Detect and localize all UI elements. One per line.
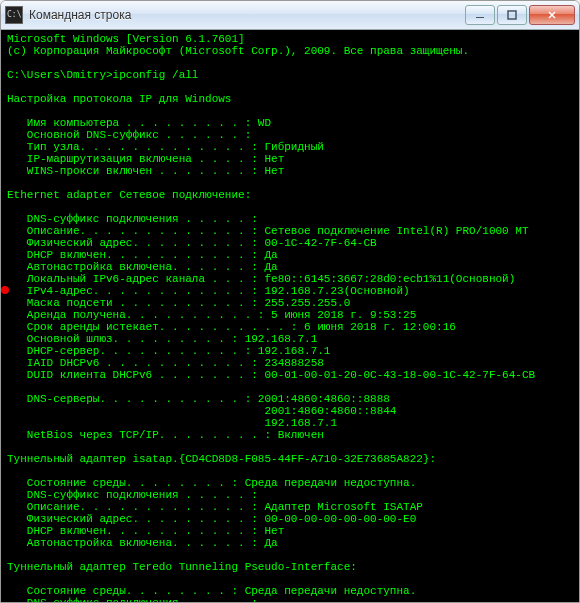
console-line	[7, 465, 573, 477]
console-line	[7, 381, 573, 393]
console-line: Ethernet adapter Сетевое подключение:	[7, 189, 573, 201]
console-line: Срок аренды истекает. . . . . . . . . . …	[7, 321, 573, 333]
console-line: (c) Корпорация Майкрософт (Microsoft Cor…	[7, 45, 573, 57]
console-line: DNS-суффикс подключения . . . . . :	[7, 489, 573, 501]
window-title: Командная строка	[29, 8, 465, 22]
console-line: Основной шлюз. . . . . . . . . : 192.168…	[7, 333, 573, 345]
console-line: Настройка протокола IP для Windows	[7, 93, 573, 105]
cmd-icon	[5, 6, 23, 24]
console-line	[7, 201, 573, 213]
console-line: C:\Users\Dmitry>ipconfig /all	[7, 69, 573, 81]
close-button[interactable]	[529, 5, 575, 25]
console-output[interactable]: Microsoft Windows [Version 6.1.7601](c) …	[1, 30, 579, 602]
window-controls	[465, 5, 575, 25]
console-line	[7, 57, 573, 69]
console-line: Основной DNS-суффикс . . . . . . :	[7, 129, 573, 141]
console-line: IP-маршрутизация включена . . . . : Нет	[7, 153, 573, 165]
console-line: WINS-прокси включен . . . . . . . : Нет	[7, 165, 573, 177]
console-line: DUID клиента DHCPv6 . . . . . . . : 00-0…	[7, 369, 573, 381]
console-line: Тип узла. . . . . . . . . . . . . : Гибр…	[7, 141, 573, 153]
maximize-button[interactable]	[497, 5, 527, 25]
minimize-button[interactable]	[465, 5, 495, 25]
command-prompt-window: Командная строка Microsoft Windows [Vers…	[0, 0, 580, 603]
console-line	[7, 441, 573, 453]
console-line: Автонастройка включена. . . . . . : Да	[7, 537, 573, 549]
console-line: Локальный IPv6-адрес канала . . . : fe80…	[7, 273, 573, 285]
console-line: Имя компьютера . . . . . . . . . : WD	[7, 117, 573, 129]
console-line: IAID DHCPv6 . . . . . . . . . . . : 2348…	[7, 357, 573, 369]
console-line: DHCP-сервер. . . . . . . . . . . : 192.1…	[7, 345, 573, 357]
console-line: Microsoft Windows [Version 6.1.7601]	[7, 33, 573, 45]
console-line: DHCP включен. . . . . . . . . . . : Да	[7, 249, 573, 261]
console-line	[7, 81, 573, 93]
console-line: DHCP включен. . . . . . . . . . . : Нет	[7, 525, 573, 537]
console-line: Физический адрес. . . . . . . . . : 00-1…	[7, 237, 573, 249]
console-line: Автонастройка включена. . . . . . : Да	[7, 261, 573, 273]
console-line: Состояние среды. . . . . . . . : Среда п…	[7, 585, 573, 597]
console-line: DNS-суффикс подключения . . . . . :	[7, 213, 573, 225]
console-line	[7, 177, 573, 189]
console-line: DNS-суффикс подключения . . . . . :	[7, 597, 573, 602]
console-line: Состояние среды. . . . . . . . : Среда п…	[7, 477, 573, 489]
console-line: Физический адрес. . . . . . . . . : 00-0…	[7, 513, 573, 525]
console-line: DNS-серверы. . . . . . . . . . . : 2001:…	[7, 393, 573, 405]
console-line: Описание. . . . . . . . . . . . . : Сете…	[7, 225, 573, 237]
console-line: Аренда получена. . . . . . . . . . : 5 и…	[7, 309, 573, 321]
console-line: NetBios через TCP/IP. . . . . . . . : Вк…	[7, 429, 573, 441]
console-line	[7, 105, 573, 117]
titlebar[interactable]: Командная строка	[1, 1, 579, 30]
console-line	[7, 573, 573, 585]
console-line: Описание. . . . . . . . . . . . . : Адап…	[7, 501, 573, 513]
console-line: 192.168.7.1	[7, 417, 573, 429]
console-line: Туннельный адаптер isatap.{CD4CD8D8-F085…	[7, 453, 573, 465]
console-line: Туннельный адаптер Teredo Tunneling Pseu…	[7, 561, 573, 573]
console-line	[7, 549, 573, 561]
console-line-highlighted: IPv4-адрес. . . . . . . . . . . . : 192.…	[7, 285, 573, 297]
console-line: Маска подсети . . . . . . . . . . : 255.…	[7, 297, 573, 309]
console-line: 2001:4860:4860::8844	[7, 405, 573, 417]
